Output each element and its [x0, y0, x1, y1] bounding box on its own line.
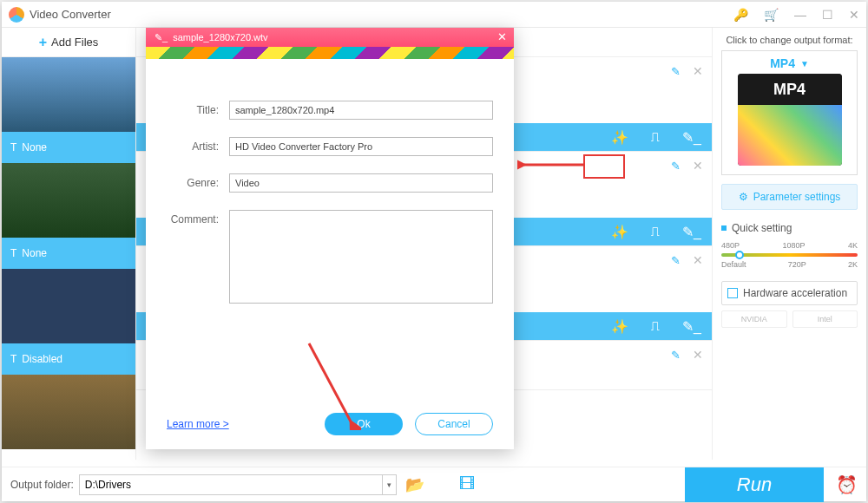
hardware-accel-toggle[interactable]: Hardware acceleration	[721, 281, 858, 305]
key-icon[interactable]: 🔑	[733, 8, 748, 22]
genre-label: Genre:	[167, 173, 219, 189]
param-label: Parameter settings	[753, 191, 841, 203]
output-folder-input[interactable]	[79, 474, 383, 495]
edit-icon: ✎_	[155, 32, 168, 43]
remove-file-icon[interactable]: ✕	[693, 253, 703, 267]
rename-icon[interactable]: ✎	[671, 160, 681, 173]
bullet-icon	[721, 225, 727, 231]
comment-input[interactable]	[229, 210, 493, 304]
output-folder-label: Output folder:	[10, 479, 74, 491]
dialog-close-button[interactable]: ✕	[497, 30, 507, 43]
tick-label: 480P	[721, 241, 740, 250]
tick-label: 2K	[848, 260, 858, 269]
gpu-nvidia: NVIDIA	[721, 310, 787, 328]
artist-input[interactable]	[229, 137, 493, 156]
effects-icon[interactable]: ✨	[611, 129, 628, 146]
slider-handle[interactable]	[735, 251, 744, 259]
browse-folder-icon[interactable]: 📂	[405, 475, 424, 494]
rename-icon[interactable]: ✎	[671, 349, 681, 362]
add-files-button[interactable]: + Add Files	[2, 28, 135, 57]
maximize-button[interactable]: ☐	[822, 8, 833, 22]
tick-label: 4K	[848, 241, 858, 250]
checkbox-icon	[727, 288, 738, 298]
subtitle-label-1: None	[22, 141, 47, 154]
ok-button[interactable]: Ok	[325, 413, 403, 435]
quality-slider[interactable]	[721, 253, 858, 257]
tick-label: Default	[721, 260, 746, 269]
run-button[interactable]: Run	[685, 467, 824, 502]
text-icon: T	[10, 353, 16, 365]
tick-label: 1080P	[782, 241, 805, 250]
titlebar: Video Converter 🔑 🛒 — ☐ ✕	[2, 2, 866, 28]
learn-more-link[interactable]: Learn more >	[167, 418, 229, 430]
parameter-settings-button[interactable]: ⚙ Parameter settings	[721, 184, 858, 210]
remove-file-icon[interactable]: ✕	[693, 159, 703, 173]
decorative-stripe	[146, 47, 514, 59]
remove-file-icon[interactable]: ✕	[693, 64, 703, 78]
video-thumb-2[interactable]	[2, 163, 135, 238]
left-sidebar: + Add Files T None T None T Disabled	[2, 28, 136, 460]
effects-icon[interactable]: ✨	[611, 224, 628, 240]
tick-label: 720P	[788, 260, 806, 269]
subtitle-label-3: Disabled	[22, 353, 62, 365]
remove-file-icon[interactable]: ✕	[693, 348, 703, 362]
cart-icon[interactable]: 🛒	[764, 8, 779, 22]
close-window-button[interactable]: ✕	[849, 8, 859, 22]
metadata-icon[interactable]: ✎_	[682, 129, 701, 146]
cancel-button[interactable]: Cancel	[415, 413, 493, 435]
metadata-icon[interactable]: ✎_	[682, 224, 701, 240]
output-header: Click to change output format:	[721, 35, 858, 45]
output-format-selector[interactable]: MP4 ▼ MP4	[721, 50, 858, 175]
dialog-titlebar: ✎_ sample_1280x720.wtv ✕	[146, 28, 514, 47]
metadata-dialog: ✎_ sample_1280x720.wtv ✕ Title: Artist: …	[146, 28, 514, 449]
artist-label: Artist:	[167, 137, 219, 153]
merge-icon[interactable]: 🎞	[459, 475, 475, 493]
rename-icon[interactable]: ✎	[671, 254, 681, 267]
effects-icon[interactable]: ✨	[611, 318, 628, 335]
comment-label: Comment:	[167, 210, 219, 225]
output-panel: Click to change output format: MP4 ▼ MP4…	[712, 28, 866, 460]
stamp-icon[interactable]: ⎍	[651, 129, 660, 145]
subtitle-bar-1[interactable]: T None	[2, 132, 135, 163]
format-thumb: MP4	[738, 74, 842, 166]
genre-input[interactable]	[229, 173, 493, 193]
minimize-button[interactable]: —	[794, 8, 806, 22]
video-thumb-4[interactable]	[2, 375, 135, 449]
title-label: Title:	[167, 101, 219, 116]
title-input[interactable]	[229, 101, 493, 120]
stamp-icon[interactable]: ⎍	[651, 318, 660, 334]
hw-accel-label: Hardware acceleration	[743, 287, 847, 299]
rename-icon[interactable]: ✎	[671, 65, 681, 78]
schedule-icon[interactable]: ⏰	[836, 474, 858, 495]
chevron-down-icon: ▼	[800, 59, 809, 69]
add-files-label: Add Files	[51, 36, 98, 49]
quick-setting-label: Quick setting	[732, 222, 792, 234]
format-thumb-label: MP4	[738, 74, 842, 105]
bottom-bar: Output folder: ▾ 📂 🎞 Run ⏰	[2, 467, 866, 501]
plus-icon: +	[39, 35, 47, 50]
stamp-icon[interactable]: ⎍	[651, 224, 660, 239]
subtitle-bar-2[interactable]: T None	[2, 238, 135, 269]
gpu-intel: Intel	[792, 310, 858, 328]
text-icon: T	[10, 247, 16, 259]
text-icon: T	[10, 141, 16, 154]
sliders-icon: ⚙	[739, 191, 748, 203]
dialog-filename: sample_1280x720.wtv	[173, 32, 267, 42]
metadata-icon[interactable]: ✎_	[682, 318, 701, 335]
subtitle-bar-3[interactable]: T Disabled	[2, 343, 135, 375]
app-logo-icon	[9, 7, 24, 23]
subtitle-label-2: None	[22, 247, 47, 259]
format-label: MP4	[770, 56, 795, 70]
video-thumb-1[interactable]	[2, 57, 135, 132]
video-thumb-3[interactable]	[2, 269, 135, 343]
quick-setting-section: Quick setting 480P 1080P 4K Default 720P…	[721, 222, 858, 269]
output-folder-dropdown[interactable]: ▾	[383, 474, 397, 495]
app-title: Video Converter	[30, 8, 733, 21]
